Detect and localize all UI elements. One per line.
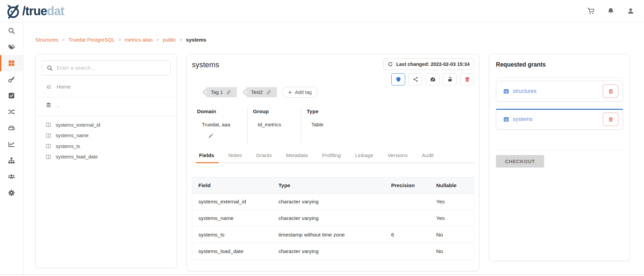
- field-label: systems_load_date: [56, 154, 98, 159]
- add-tag-button[interactable]: Add tag: [282, 87, 317, 98]
- shuffle-icon: [8, 108, 15, 116]
- grant-link[interactable]: structures: [503, 88, 603, 95]
- owl-logo-icon: [5, 3, 21, 19]
- field-link[interactable]: systems_load_date: [192, 243, 273, 260]
- search-icon: [8, 27, 15, 34]
- plus-icon: [288, 90, 292, 95]
- sidebar-rail: [0, 23, 23, 276]
- field-nullable: Yes: [430, 210, 474, 227]
- tab-notes[interactable]: Notes: [228, 149, 242, 162]
- chevrons-left-icon: [46, 84, 52, 90]
- bell-icon[interactable]: [607, 7, 615, 15]
- grant-link[interactable]: systems: [503, 116, 603, 123]
- sidebar-item-modules[interactable]: [0, 55, 23, 71]
- explorer-search-box: [42, 60, 171, 75]
- remove-grant-button[interactable]: [603, 112, 618, 126]
- breadcrumb-link[interactable]: Structures: [35, 37, 58, 43]
- share-button[interactable]: [409, 73, 422, 85]
- sidebar-item-lineage[interactable]: [0, 104, 23, 120]
- remove-grant-button[interactable]: [603, 84, 618, 98]
- search-input[interactable]: [57, 65, 166, 71]
- add-tag-label: Add tag: [295, 90, 312, 95]
- divider: [496, 150, 623, 150]
- key-icon: [8, 76, 15, 83]
- tag-chip[interactable]: Tag 1: [202, 87, 237, 97]
- tag-chip[interactable]: Test2: [242, 87, 277, 97]
- last-changed-label: Last changed: 2022-02-03 15:34: [396, 61, 470, 67]
- meta-group: Group td_metrics: [248, 108, 301, 144]
- cart-icon[interactable]: [587, 7, 595, 15]
- trash-icon: [608, 117, 614, 122]
- table-row: systems_name character varying Yes: [192, 210, 474, 227]
- field-nullable: No: [430, 227, 474, 243]
- breadcrumb-link[interactable]: public: [163, 37, 176, 43]
- divider: [36, 116, 177, 116]
- table-header-row: Field Type Precision Nullable: [192, 177, 474, 194]
- field-link[interactable]: systems_ts: [192, 227, 273, 243]
- tab-grants[interactable]: Grants: [256, 149, 272, 162]
- table-row: systems_ts timestamp without time zone 6…: [192, 227, 474, 243]
- tag-label: Test2: [251, 90, 263, 95]
- tab-linkage[interactable]: Linkage: [355, 149, 373, 162]
- profiling-gauge-button[interactable]: [426, 73, 440, 85]
- sidebar-item-users[interactable]: [0, 169, 23, 185]
- list-item[interactable]: systems_name: [36, 130, 177, 141]
- last-changed-button[interactable]: Last changed: 2022-02-03 15:34: [383, 58, 474, 70]
- truedat-logo[interactable]: /truedat: [5, 3, 64, 19]
- field-precision: [385, 194, 430, 210]
- field-link[interactable]: systems_external_id: [192, 194, 273, 210]
- list-item[interactable]: systems_ts: [36, 141, 177, 152]
- tag-hole: [245, 91, 247, 93]
- column-header-type: Type: [272, 177, 385, 194]
- sidebar-item-tags[interactable]: [0, 39, 23, 55]
- sidebar-item-dashboards[interactable]: [0, 136, 23, 152]
- structure-explorer-panel: Home .. systems_external_id systems_name: [35, 54, 177, 268]
- tab-metadata[interactable]: Metadata: [286, 149, 308, 162]
- divider: [496, 77, 623, 78]
- field-label: systems_name: [56, 133, 89, 138]
- list-item[interactable]: systems_external_id: [36, 120, 177, 130]
- delete-button[interactable]: [460, 73, 474, 85]
- protect-button[interactable]: [391, 73, 405, 85]
- list-item[interactable]: systems_load_date: [36, 152, 177, 162]
- checkout-button[interactable]: CHECKOUT: [496, 155, 544, 168]
- tab-fields[interactable]: Fields: [199, 149, 214, 162]
- domain-value: Truedat, aaa: [197, 122, 247, 127]
- refresh-icon: [388, 61, 393, 67]
- field-link[interactable]: systems_name: [192, 210, 273, 227]
- sidebar-item-settings[interactable]: [0, 185, 23, 201]
- user-icon[interactable]: [627, 7, 635, 15]
- grants-title: Requested grants: [496, 60, 623, 68]
- fields-table: Field Type Precision Nullable systems_ex…: [192, 177, 474, 260]
- meta-type: Type Table: [301, 108, 469, 144]
- tab-versions[interactable]: Versions: [388, 149, 408, 162]
- unlock-button[interactable]: [443, 73, 457, 85]
- explorer-home[interactable]: Home: [36, 84, 177, 90]
- tag-row: Tag 1 Test2 Add tag: [202, 87, 469, 98]
- columns-icon: [46, 143, 51, 149]
- breadcrumb-link[interactable]: metrics alias: [125, 37, 153, 43]
- tab-audit[interactable]: Audit: [422, 149, 433, 162]
- table-icon: [503, 88, 509, 95]
- field-precision: [385, 210, 430, 227]
- breadcrumb-link[interactable]: Truedat PostgreSQL: [68, 37, 115, 43]
- grid-icon: [8, 59, 15, 67]
- meta-section: Domain Truedat, aaa Group td_metrics Typ…: [197, 108, 469, 144]
- logo-slash: /: [22, 4, 25, 18]
- sidebar-item-domains[interactable]: [0, 152, 23, 169]
- detail-header: systems Last changed: 2022-02-03 15:34: [187, 54, 479, 144]
- sidebar-item-systems[interactable]: [0, 120, 23, 136]
- sidebar-item-search[interactable]: [0, 23, 23, 39]
- columns-icon: [46, 122, 51, 128]
- sidebar-item-quality[interactable]: [0, 87, 23, 104]
- table-icon: [503, 116, 509, 123]
- link-icon[interactable]: [226, 90, 231, 95]
- group-label: Group: [253, 108, 301, 115]
- explorer-parent-item[interactable]: ..: [36, 102, 177, 108]
- link-icon[interactable]: [266, 90, 271, 95]
- sidebar-item-permissions[interactable]: [0, 71, 23, 87]
- tab-profiling[interactable]: Profiling: [322, 149, 341, 162]
- field-label: systems_external_id: [56, 122, 100, 128]
- field-nullable: Yes: [430, 194, 474, 210]
- edit-pencil-icon[interactable]: [208, 133, 214, 139]
